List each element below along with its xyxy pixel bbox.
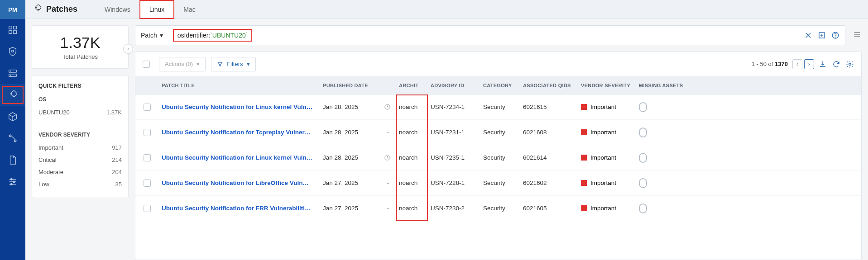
patch-title-link[interactable]: Ubuntu Security Notification for Linux k… — [162, 154, 323, 161]
table-row[interactable]: Ubuntu Security Notification for Tcprepl… — [135, 120, 861, 145]
category-cell: Security — [483, 104, 523, 110]
qid-cell: 6021608 — [523, 129, 581, 136]
severity-indicator-icon — [581, 155, 587, 161]
table-row[interactable]: Ubuntu Security Notification for FRR Vul… — [135, 196, 861, 221]
filter-count: 1.37K — [106, 109, 122, 116]
col-header-category[interactable]: CATEGORY — [483, 83, 523, 88]
nav-server[interactable] — [0, 62, 25, 84]
nav-file[interactable] — [0, 149, 25, 171]
filter-item[interactable]: Moderate204 — [38, 166, 122, 178]
filter-item[interactable]: Critical214 — [38, 154, 122, 166]
svg-point-27 — [835, 37, 836, 37]
arch-cell: noarch — [399, 154, 431, 161]
tab-mac[interactable]: Mac — [174, 0, 204, 19]
severity-cell: Important — [581, 205, 639, 212]
qid-cell: 6021605 — [523, 205, 581, 212]
arch-cell: noarch — [399, 180, 431, 186]
save-search-button[interactable] — [818, 31, 826, 39]
nav-tools[interactable] — [0, 128, 25, 149]
table-tools — [819, 60, 854, 68]
clock-icon — [384, 104, 391, 111]
nav-shield[interactable] — [0, 41, 25, 62]
select-all-checkbox[interactable] — [143, 61, 150, 68]
category-cell: Security — [483, 180, 523, 186]
actions-dropdown[interactable]: Actions (0) ▾ — [159, 57, 206, 71]
filter-item[interactable]: UBUNTU201.37K — [38, 106, 122, 118]
patch-title-link[interactable]: Ubuntu Security Notification for Linux k… — [162, 104, 323, 110]
table-row[interactable]: Ubuntu Security Notification for Linux k… — [135, 145, 861, 170]
svg-rect-6 — [9, 74, 17, 77]
quick-filters-title: QUICK FILTERS — [38, 83, 122, 89]
row-checkbox[interactable] — [144, 154, 151, 161]
search-scope-dropdown[interactable]: Patch ▾ — [141, 32, 171, 39]
nav-patches[interactable] — [0, 84, 25, 106]
search-input[interactable]: osIdentifier:`UBUNTU20` — [171, 27, 804, 43]
filter-label: Low — [38, 181, 49, 188]
published-date: Jan 28, 2025 — [323, 154, 358, 161]
col-header-arch[interactable]: ARCHIT — [399, 83, 431, 88]
patch-title-link[interactable]: Ubuntu Security Notification for LibreOf… — [162, 180, 323, 186]
col-header-missing[interactable]: MISSING ASSETS — [639, 83, 684, 88]
help-button[interactable] — [831, 31, 839, 39]
filter-label: Critical — [38, 156, 57, 163]
filters-button[interactable]: Filters ▾ — [211, 57, 255, 71]
svg-rect-9 — [10, 90, 18, 98]
advisory-cell: USN-7234-1 — [431, 104, 483, 110]
download-button[interactable] — [819, 60, 827, 68]
col-header-advisory[interactable]: ADVISORY ID — [431, 83, 483, 88]
filter-label: Important — [38, 144, 63, 151]
stat-label: Total Patches — [38, 53, 122, 60]
svg-rect-2 — [9, 31, 12, 33]
right-panel: Patch ▾ osIdentifier:`UBUNTU20` — [135, 19, 868, 260]
table-row[interactable]: Ubuntu Security Notification for LibreOf… — [135, 170, 861, 196]
published-date: Jan 28, 2025 — [323, 129, 358, 136]
nav-dashboard[interactable] — [0, 19, 25, 41]
filter-item[interactable]: Important917 — [38, 142, 122, 154]
row-checkbox[interactable] — [144, 205, 151, 212]
actions-label: Actions (0) — [165, 61, 193, 67]
refresh-button[interactable] — [832, 60, 840, 68]
tab-windows[interactable]: Windows — [96, 0, 139, 19]
row-checkbox[interactable] — [144, 180, 151, 187]
advisory-cell: USN-7235-1 — [431, 154, 483, 161]
category-cell: Security — [483, 154, 523, 161]
filter-group-title: OS — [38, 96, 122, 103]
severity-label: Important — [590, 180, 616, 186]
filter-count: 35 — [115, 181, 122, 188]
no-indicator: - — [387, 180, 389, 186]
nav-cube[interactable] — [0, 106, 25, 128]
filter-icon — [217, 61, 223, 67]
panel-toggle-button[interactable] — [853, 30, 862, 41]
filter-group-title: VENDOR SEVERITY — [38, 132, 122, 138]
filter-count: 917 — [112, 144, 122, 151]
next-page-button[interactable]: › — [804, 59, 814, 69]
topbar: Patches WindowsLinuxMac — [25, 0, 868, 19]
patch-title-link[interactable]: Ubuntu Security Notification for FRR Vul… — [162, 205, 323, 212]
search-bar: Patch ▾ osIdentifier:`UBUNTU20` — [135, 25, 845, 45]
published-date: Jan 27, 2025 — [323, 205, 358, 212]
search-query-highlight: osIdentifier:`UBUNTU20` — [173, 29, 253, 42]
table-row[interactable]: Ubuntu Security Notification for Linux k… — [135, 95, 861, 120]
row-checkbox[interactable] — [144, 104, 151, 111]
col-header-qids[interactable]: ASSOCIATED QIDS — [523, 83, 581, 88]
table-body[interactable]: Ubuntu Security Notification for Linux k… — [135, 95, 861, 260]
filter-item[interactable]: Low35 — [38, 178, 122, 190]
missing-assets-badge — [639, 153, 647, 163]
col-header-title[interactable]: PATCH TITLE — [159, 83, 323, 88]
col-header-date[interactable]: PUBLISHED DATE↓ — [323, 83, 399, 88]
svg-rect-18 — [35, 4, 41, 10]
row-checkbox[interactable] — [144, 129, 151, 136]
col-header-severity[interactable]: VENDOR SEVERITY — [581, 83, 639, 88]
arch-cell: noarch — [399, 104, 431, 110]
clear-search-button[interactable] — [804, 31, 812, 39]
table-settings-button[interactable] — [846, 60, 854, 68]
severity-indicator-icon — [581, 104, 587, 110]
tab-linux[interactable]: Linux — [139, 0, 174, 19]
patch-title-link[interactable]: Ubuntu Security Notification for Tcprepl… — [162, 129, 323, 136]
prev-page-button[interactable]: ‹ — [792, 59, 802, 69]
collapse-panel-button[interactable]: ‹ — [123, 44, 133, 54]
svg-rect-0 — [9, 26, 12, 29]
svg-point-17 — [10, 184, 12, 185]
svg-point-16 — [13, 181, 15, 183]
nav-settings[interactable] — [0, 171, 25, 193]
